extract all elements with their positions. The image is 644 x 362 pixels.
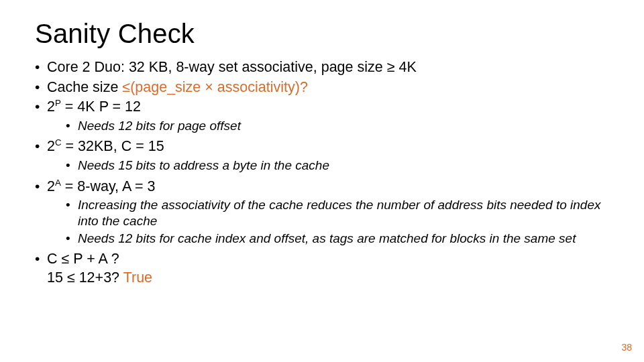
formula-rest: = 4K P = 12 xyxy=(61,99,141,115)
formula-base: 2 xyxy=(47,99,55,115)
inequality-result: True xyxy=(123,269,152,286)
sub-list: Needs 12 bits for page offset xyxy=(66,118,609,134)
bullet-inequality-check: C ≤ P + A ? 15 ≤ 12+3? True xyxy=(35,250,609,287)
formula-rest: = 32KB, C = 15 xyxy=(62,138,164,154)
sub-bullet-text: Needs 12 bits for page offset xyxy=(78,119,241,133)
sub-bullet-text: Increasing the associativity of the cach… xyxy=(78,198,600,228)
sub-list: Increasing the associativity of the cach… xyxy=(66,197,609,246)
sub-bullet-text: Needs 15 bits to address a byte in the c… xyxy=(78,158,329,172)
formula-base: 2 xyxy=(47,138,55,154)
bullet-text: Core 2 Duo: 32 KB, 8-way set associative… xyxy=(47,59,417,75)
page-number: 38 xyxy=(621,342,632,353)
formula-rest: = 8-way, A = 3 xyxy=(61,178,156,194)
bullet-text-accent: ≤(page_size × associativity)? xyxy=(122,79,308,95)
sub-bullet-index-offset: Needs 12 bits for cache index and offset… xyxy=(66,231,609,247)
sub-bullet-text: Needs 12 bits for cache index and offset… xyxy=(78,231,576,245)
bullet-core2duo: Core 2 Duo: 32 KB, 8-way set associative… xyxy=(35,58,609,77)
bullet-2p: 2P = 4K P = 12 Needs 12 bits for page of… xyxy=(35,98,609,133)
bullet-2c: 2C = 32KB, C = 15 Needs 15 bits to addre… xyxy=(35,137,609,173)
bullet-2a: 2A = 8-way, A = 3 Increasing the associa… xyxy=(35,178,609,247)
slide-title: Sanity Check xyxy=(35,19,609,49)
sub-list: Needs 15 bits to address a byte in the c… xyxy=(66,158,609,174)
slide: Sanity Check Core 2 Duo: 32 KB, 8-way se… xyxy=(0,0,644,362)
bullet-cache-size-constraint: Cache size ≤(page_size × associativity)? xyxy=(35,78,609,97)
inequality-line2-pre: 15 ≤ 12+3? xyxy=(47,269,123,286)
bullet-text-pre: Cache size xyxy=(47,79,122,95)
sub-bullet-cache-bytes: Needs 15 bits to address a byte in the c… xyxy=(66,158,609,174)
bullet-list: Core 2 Duo: 32 KB, 8-way set associative… xyxy=(35,58,609,287)
inequality-line1: C ≤ P + A ? xyxy=(47,251,119,267)
formula-exponent: C xyxy=(55,137,62,147)
sub-bullet-associativity: Increasing the associativity of the cach… xyxy=(66,197,609,229)
formula-base: 2 xyxy=(47,178,55,194)
sub-bullet-page-offset: Needs 12 bits for page offset xyxy=(66,118,609,134)
formula-exponent: A xyxy=(55,177,61,187)
formula-exponent: P xyxy=(55,98,61,108)
